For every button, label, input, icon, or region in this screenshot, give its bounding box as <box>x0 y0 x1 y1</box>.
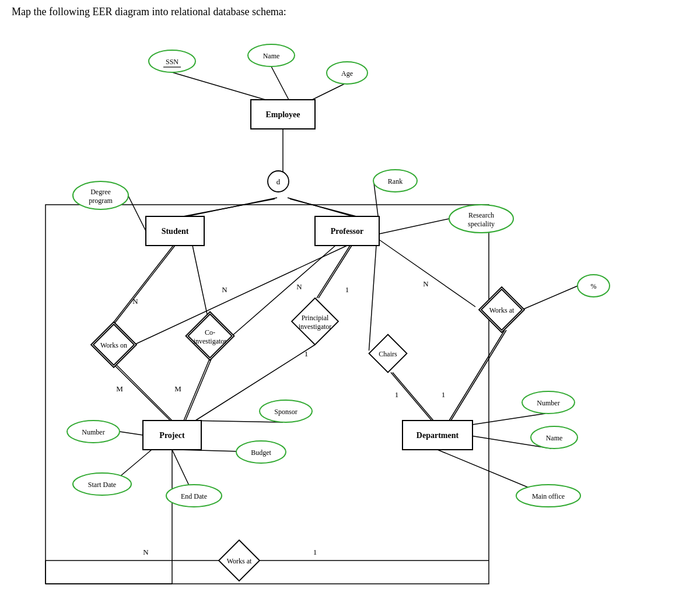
svg-line-35 <box>461 414 545 426</box>
svg-text:M: M <box>116 384 123 393</box>
svg-line-6 <box>379 219 449 234</box>
svg-text:Rank: Rank <box>388 177 402 185</box>
svg-text:Student: Student <box>162 227 189 236</box>
svg-line-29 <box>522 286 578 310</box>
svg-text:M: M <box>174 384 181 393</box>
svg-text:Works at: Works at <box>227 557 252 565</box>
svg-text:Chairs: Chairs <box>379 350 397 358</box>
svg-line-11 <box>114 246 175 324</box>
svg-text:SSN: SSN <box>166 58 178 66</box>
svg-text:1: 1 <box>345 285 349 294</box>
svg-line-16 <box>184 358 210 421</box>
svg-text:1: 1 <box>442 390 446 399</box>
svg-text:N: N <box>143 548 149 556</box>
svg-text:investigator: investigator <box>299 323 332 331</box>
svg-text:Degree: Degree <box>90 188 111 196</box>
svg-rect-38 <box>46 205 489 584</box>
svg-text:Professor: Professor <box>331 227 364 236</box>
svg-text:Works on: Works on <box>100 341 127 349</box>
svg-text:1: 1 <box>395 390 399 399</box>
svg-line-0 <box>172 72 265 100</box>
page: Map the following EER diagram into relat… <box>0 0 700 606</box>
svg-line-12 <box>112 246 173 324</box>
svg-line-31 <box>190 421 283 422</box>
svg-text:Research: Research <box>468 211 494 219</box>
svg-text:d: d <box>276 177 281 186</box>
svg-text:N: N <box>132 297 138 306</box>
svg-text:Number: Number <box>537 399 559 407</box>
svg-text:Age: Age <box>341 69 353 78</box>
svg-text:Project: Project <box>159 431 185 440</box>
page-title: Map the following EER diagram into relat… <box>12 6 688 18</box>
svg-text:Employee: Employee <box>265 110 300 119</box>
svg-text:%: % <box>591 282 597 290</box>
svg-text:N: N <box>423 279 429 288</box>
svg-text:N: N <box>222 285 228 294</box>
svg-line-28 <box>451 330 506 421</box>
svg-text:Main office: Main office <box>532 492 565 500</box>
svg-text:program: program <box>89 197 113 205</box>
svg-text:Principial: Principial <box>302 314 329 322</box>
svg-line-8 <box>183 199 275 216</box>
svg-text:1: 1 <box>304 349 309 358</box>
svg-text:Department: Department <box>416 431 459 440</box>
svg-text:N: N <box>296 282 302 291</box>
svg-line-1 <box>271 66 289 100</box>
svg-line-26 <box>393 373 433 421</box>
svg-line-4 <box>128 195 146 231</box>
svg-text:End Date: End Date <box>181 492 207 500</box>
svg-line-24 <box>379 240 475 307</box>
svg-text:Number: Number <box>82 428 104 436</box>
svg-line-23 <box>369 246 377 351</box>
svg-line-10 <box>290 199 356 216</box>
svg-line-14 <box>117 365 172 421</box>
svg-line-17 <box>186 358 212 421</box>
eer-diagram: Works onCo-investigatorPrincipialinvesti… <box>29 24 671 596</box>
svg-line-13 <box>192 246 207 314</box>
svg-line-2 <box>312 84 344 100</box>
svg-text:investigator: investigator <box>194 337 227 345</box>
svg-line-30 <box>120 432 143 435</box>
svg-text:Co-: Co- <box>205 328 215 337</box>
svg-line-27 <box>449 330 505 421</box>
svg-text:Name: Name <box>263 52 280 60</box>
svg-text:Sponsor: Sponsor <box>274 408 297 416</box>
svg-text:speciality: speciality <box>468 220 495 228</box>
svg-text:Start Date: Start Date <box>88 481 116 489</box>
svg-text:1: 1 <box>313 548 317 556</box>
svg-text:Budget: Budget <box>251 449 271 457</box>
svg-text:Name: Name <box>546 434 563 442</box>
svg-text:Works at: Works at <box>489 306 514 314</box>
